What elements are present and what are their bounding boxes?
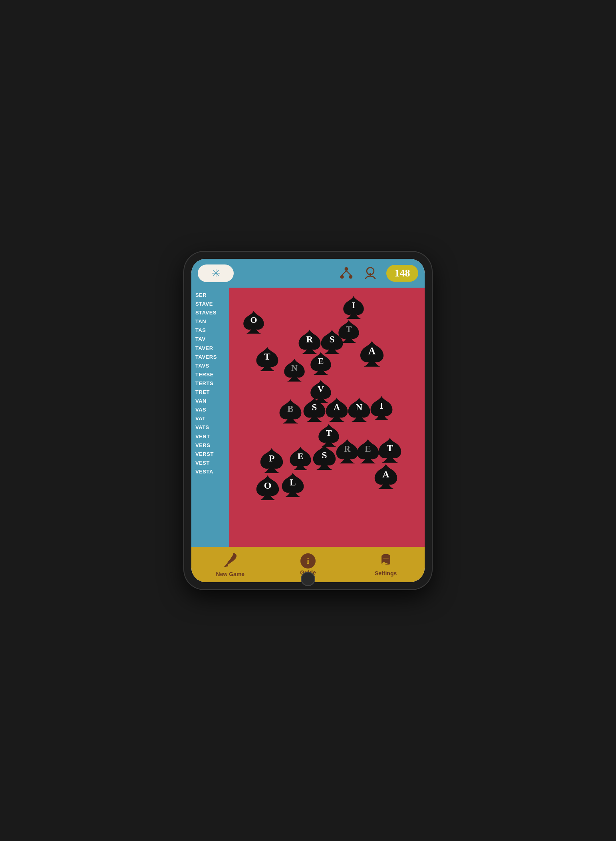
word-list-item: TAVS (195, 362, 225, 370)
word-list-item: TRET (195, 388, 225, 397)
tile[interactable]: O (241, 310, 266, 334)
snowflake-icon: ✳ (211, 267, 221, 280)
tile[interactable]: T (336, 319, 361, 344)
tile[interactable]: T (254, 346, 280, 372)
tile[interactable]: O (254, 474, 281, 501)
word-list: SERSTAVESTAVESTANTASTAVTAVERTAVERSTAVSTE… (191, 288, 229, 547)
tile[interactable]: E (308, 351, 333, 376)
guide-icon: i (300, 553, 316, 569)
tile[interactable]: A (358, 340, 386, 368)
svg-line-3 (342, 271, 346, 275)
score-badge: 148 (386, 265, 418, 282)
home-button[interactable] (301, 572, 315, 586)
word-list-item: VERS (195, 441, 225, 450)
word-list-item: STAVES (195, 308, 225, 317)
svg-point-0 (345, 267, 348, 271)
settings-button[interactable]: Settings (362, 553, 410, 577)
tile[interactable]: B (277, 398, 304, 424)
new-game-label: New Game (216, 571, 245, 577)
word-list-item: VAT (195, 414, 225, 423)
svg-rect-14 (383, 558, 389, 559)
tile[interactable]: P (258, 447, 285, 474)
tile[interactable]: E (288, 445, 313, 471)
word-list-item: VAS (195, 406, 225, 414)
header: ✳ 148 (191, 259, 425, 288)
main-content: SERSTAVESTAVESTANTASTAVTAVERTAVERSTAVSTE… (191, 288, 425, 547)
tile[interactable]: N (282, 358, 307, 382)
new-game-button[interactable]: New Game (206, 552, 254, 577)
screen: ✳ 148 (191, 259, 425, 582)
word-list-item: TAV (195, 335, 225, 344)
game-board[interactable]: OITRSTANEVBSANITPESRETAOL (229, 288, 425, 547)
word-list-item: STAVE (195, 300, 225, 308)
tile[interactable]: I (341, 295, 366, 320)
tablet-device: ✳ 148 (184, 252, 432, 589)
word-list-item: VENT (195, 432, 225, 441)
score-value: 148 (395, 267, 410, 279)
tile[interactable]: A (372, 463, 399, 490)
svg-point-2 (349, 275, 352, 279)
tile[interactable]: T (376, 436, 403, 463)
player-icon[interactable] (362, 265, 378, 281)
word-list-item: TAVER (195, 344, 225, 353)
tile[interactable]: I (368, 395, 395, 421)
word-list-item: TERTS (195, 379, 225, 388)
word-list-item: TAN (195, 317, 225, 326)
word-list-item: TAVERS (195, 353, 225, 362)
settings-icon (378, 553, 393, 569)
word-list-item: VAN (195, 397, 225, 406)
tile[interactable]: L (280, 471, 306, 498)
word-list-item: VATS (195, 423, 225, 432)
network-icon[interactable] (338, 265, 354, 281)
new-game-icon (222, 552, 238, 570)
svg-point-1 (340, 275, 344, 279)
word-list-item: TERSE (195, 370, 225, 379)
word-list-item: TAS (195, 326, 225, 335)
word-list-item: SER (195, 291, 225, 300)
settings-label: Settings (375, 570, 397, 577)
word-list-item: VESTA (195, 467, 225, 476)
svg-line-4 (346, 271, 351, 275)
word-list-item: VEST (195, 459, 225, 467)
word-list-item: VERST (195, 450, 225, 459)
svg-rect-11 (383, 554, 389, 556)
logo-button[interactable]: ✳ (198, 264, 234, 282)
